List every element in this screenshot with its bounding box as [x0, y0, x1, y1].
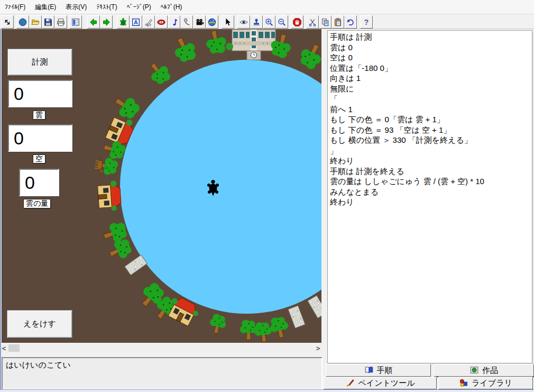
help-button[interactable]: ?	[360, 15, 373, 29]
microphone-button[interactable]	[180, 15, 193, 29]
undo-icon	[346, 17, 355, 27]
scroll-left-icon[interactable]: <	[0, 344, 8, 352]
svg-text:A: A	[134, 19, 138, 25]
stylus-button[interactable]	[142, 15, 155, 29]
erase-button[interactable]: えをけす	[7, 310, 72, 338]
measure-button-label: 計測	[32, 57, 48, 67]
menu-item-1[interactable]: 編集(E)	[30, 0, 61, 14]
earth-button[interactable]	[206, 15, 218, 29]
sky-value-field[interactable]: 0	[8, 124, 72, 152]
code-text: 手順は 計測 雲は 0 空は 0 位置は「-180 0」 向きは 1 無限に 「…	[330, 32, 532, 207]
svg-text:?: ?	[364, 18, 369, 26]
jump-arrow-button[interactable]	[1, 15, 14, 29]
zoom-in-icon	[264, 17, 274, 27]
tab-label: ペイントツール	[358, 378, 415, 388]
book-icon	[364, 366, 374, 375]
jump-arrow-icon	[3, 17, 12, 27]
artwork-icon	[469, 366, 479, 375]
cloud-amount-field[interactable]: 0	[19, 169, 59, 196]
print-icon	[56, 17, 66, 27]
background-command-text: はいけいのこてい	[6, 360, 71, 369]
window-bottom-edge	[0, 389, 534, 392]
page-layout-icon	[71, 17, 80, 27]
stop-hand-button[interactable]	[291, 15, 303, 29]
earth-icon	[207, 17, 217, 27]
cursor-arrow-icon	[223, 17, 233, 27]
stylus-icon	[144, 17, 153, 27]
media-button-button[interactable]	[155, 15, 168, 29]
cursor-arrow-button[interactable]	[222, 15, 234, 29]
tab-手順[interactable]: 手順	[326, 364, 431, 377]
undo-button[interactable]	[344, 15, 357, 29]
cloud-value-field[interactable]: 0	[8, 80, 72, 107]
stamp-icon	[252, 17, 261, 27]
sky-value: 0	[14, 128, 24, 149]
copy-button[interactable]	[319, 15, 332, 29]
toolbar: A?	[0, 14, 534, 29]
turtle-button[interactable]	[117, 15, 130, 29]
menu-item-3[interactable]: ﾃｷｽﾄ(T)	[91, 1, 122, 13]
menu-item-0[interactable]: ﾌｧｲﾙ(F)	[0, 1, 30, 13]
eye-icon	[239, 17, 248, 27]
paste-button[interactable]	[332, 15, 344, 29]
turtle-icon	[118, 17, 128, 27]
zoom-in-button[interactable]	[263, 15, 275, 29]
paintbrush-icon	[345, 378, 355, 388]
text-tool-button[interactable]: A	[130, 15, 142, 29]
cloud-amount-value: 0	[25, 172, 35, 193]
tab-作品[interactable]: 作品	[434, 364, 534, 377]
forward-arrow-button[interactable]	[100, 15, 113, 29]
forward-arrow-icon	[102, 17, 111, 27]
globe-icon	[18, 17, 27, 27]
microphone-icon	[182, 17, 191, 27]
cloud-label: 雲	[33, 111, 45, 120]
save-button[interactable]	[42, 15, 54, 29]
scroll-right-icon[interactable]: >	[314, 344, 322, 352]
tab-label: 作品	[482, 366, 498, 376]
movie-camera-button[interactable]	[193, 15, 206, 29]
app-window: ﾌｧｲﾙ(F)編集(E)表示(V)ﾃｷｽﾄ(T)ﾍﾟｰｼﾞ(P)ﾍﾙﾌﾟ(H) …	[0, 0, 534, 392]
paste-icon	[333, 17, 343, 27]
tab-label: ライブラリ	[472, 378, 512, 388]
background-command-input[interactable]: はいけいのこてい	[2, 357, 323, 390]
copy-icon	[320, 17, 330, 27]
globe-button[interactable]	[16, 15, 29, 29]
horizontal-scrollbar[interactable]: < >	[0, 344, 322, 352]
print-button[interactable]	[54, 15, 67, 29]
back-arrow-icon	[89, 17, 98, 27]
scrollbar-thumb[interactable]	[8, 344, 20, 352]
music-note-icon	[169, 17, 179, 27]
menu-item-4[interactable]: ﾍﾟｰｼﾞ(P)	[122, 1, 156, 13]
canvas-area: 計測 0 雲 0 空 0 雲の量 えをけす	[2, 29, 321, 343]
back-arrow-button[interactable]	[87, 15, 100, 29]
open-folder-button[interactable]	[29, 15, 42, 29]
stop-hand-icon	[292, 17, 302, 27]
text-tool-icon: A	[131, 17, 141, 27]
media-button-icon	[156, 17, 166, 27]
open-folder-icon	[31, 17, 40, 27]
eye-button[interactable]	[237, 15, 250, 29]
zoom-out-icon	[277, 17, 287, 27]
sky-label: 空	[33, 154, 45, 163]
scissors-icon	[308, 17, 317, 27]
zoom-out-button[interactable]	[275, 15, 288, 29]
window-left-edge	[0, 29, 1, 390]
menu-item-5[interactable]: ﾍﾙﾌﾟ(H)	[156, 1, 187, 13]
menu-bar: ﾌｧｲﾙ(F)編集(E)表示(V)ﾃｷｽﾄ(T)ﾍﾟｰｼﾞ(P)ﾍﾙﾌﾟ(H)	[0, 0, 534, 14]
code-editor[interactable]: 手順は 計測 雲は 0 空は 0 位置は「-180 0」 向きは 1 無限に 「…	[327, 30, 532, 363]
tab-ライブラリ[interactable]: ライブラリ	[438, 377, 533, 389]
measure-button[interactable]: 計測	[7, 49, 72, 76]
tab-ペイントツール[interactable]: ペイントツール	[324, 377, 437, 389]
page-layout-button[interactable]	[69, 15, 82, 29]
erase-button-label: えをけす	[23, 319, 56, 329]
movie-camera-icon	[195, 17, 204, 27]
stamp-button[interactable]	[250, 15, 263, 29]
menu-item-2[interactable]: 表示(V)	[61, 0, 91, 14]
scissors-button[interactable]	[306, 15, 319, 29]
save-icon	[43, 17, 53, 27]
tab-label: 手順	[377, 366, 393, 376]
library-icon	[459, 378, 468, 388]
help-icon: ?	[362, 17, 371, 27]
music-note-button[interactable]	[168, 15, 180, 29]
cloud-amount-label: 雲の量	[23, 199, 51, 208]
